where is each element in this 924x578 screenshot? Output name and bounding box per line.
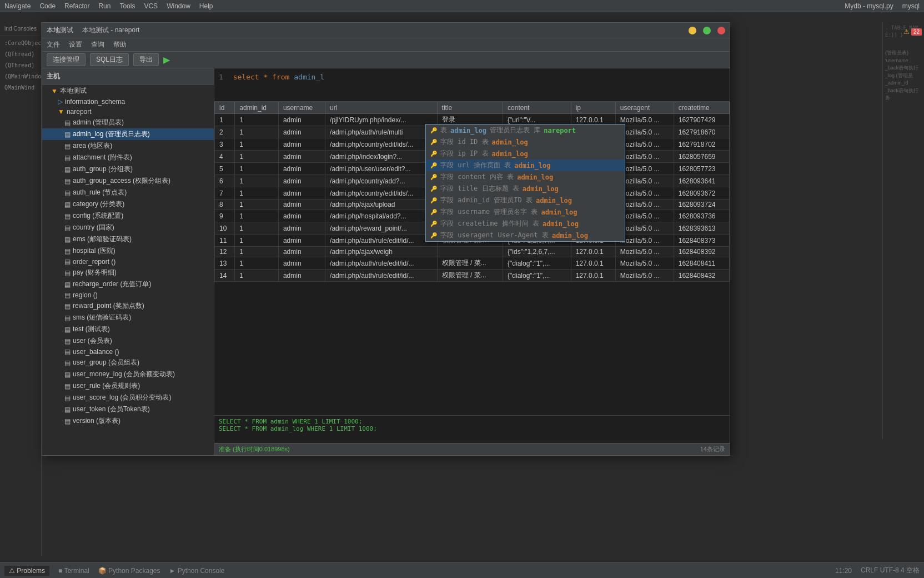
- ac-item-5[interactable]: 🔑 字段 title 日志标题 表 admin_log: [426, 183, 625, 195]
- cell-1-1: 1: [235, 126, 279, 138]
- table-auth-group-label: auth_group (分组表): [73, 165, 133, 174]
- col-useragent: useragent: [615, 102, 674, 114]
- menu-tools[interactable]: Tools: [119, 2, 135, 10]
- ide-menu-query[interactable]: 查询: [91, 40, 104, 49]
- ac-item-0[interactable]: 🔑 表 admin_log 管理员日志表 库 nareport: [426, 124, 625, 136]
- ide-menu-file[interactable]: 文件: [47, 40, 60, 49]
- tree-table-user[interactable]: ▤ user (会员表): [42, 335, 214, 347]
- tree-table-region[interactable]: ▤ region (): [42, 290, 214, 300]
- tab-terminal[interactable]: ■ Terminal: [58, 567, 89, 575]
- tree-table-reward-point[interactable]: ▤ reward_point (奖励点数): [42, 300, 214, 312]
- menu-navigate[interactable]: Navigate: [4, 2, 31, 10]
- cell-2-2: admin: [278, 138, 325, 151]
- cell-12-7: Mozilla/5.0 ...: [615, 257, 674, 270]
- close-button[interactable]: [717, 27, 725, 34]
- tab-python-console[interactable]: ► Python Console: [169, 567, 224, 575]
- cell-11-8: 1628408392: [674, 247, 729, 257]
- table-icon-recharge-order: ▤: [64, 281, 71, 288]
- tree-table-user-rule[interactable]: ▤ user_rule (会员规则表): [42, 380, 214, 392]
- ac-icon-5: 🔑: [430, 186, 437, 192]
- cell-13-2: admin: [278, 270, 325, 282]
- tree-table-test[interactable]: ▤ test (测试表): [42, 323, 214, 335]
- ac-item-3[interactable]: 🔑 字段 url 操作页面 表 admin_log: [426, 160, 625, 171]
- outer-panel-consoles[interactable]: ind Consoles: [0, 22, 41, 36]
- cell-5-1: 1: [235, 175, 279, 187]
- tree-db-nareport[interactable]: ▼ nareport: [42, 107, 214, 117]
- tree-table-country[interactable]: ▤ country (国家): [42, 222, 214, 233]
- maximize-button[interactable]: [703, 27, 711, 34]
- tree-table-admin[interactable]: ▤ admin (管理员表): [42, 117, 214, 128]
- tree-table-user-token[interactable]: ▤ user_token (会员Token表): [42, 403, 214, 415]
- export-button[interactable]: 导出: [133, 53, 159, 66]
- tree-table-user-money-log[interactable]: ▤ user_money_log (会员余额变动表): [42, 368, 214, 380]
- tree-table-auth-group-access[interactable]: ▤ auth_group_access (权限分组表): [42, 175, 214, 187]
- console-line-4: (QMainWindow): [2, 71, 39, 82]
- tree-table-category[interactable]: ▤ category (分类表): [42, 198, 214, 210]
- table-row[interactable]: 141admin/admi.php/auth/rule/edit/id/...权…: [215, 270, 730, 282]
- table-row[interactable]: 131admin/admi.php/auth/rule/edit/id/...权…: [215, 257, 730, 270]
- tree-table-order-report[interactable]: ▤ order_report (): [42, 257, 214, 267]
- cell-4-2: admin: [278, 163, 325, 175]
- tree-table-sms[interactable]: ▤ sms (短信验证码表): [42, 312, 214, 323]
- tree-db-info[interactable]: ▷ information_schema: [42, 97, 214, 107]
- cell-0-0: 1: [215, 114, 235, 126]
- menu-run[interactable]: Run: [98, 2, 111, 10]
- tree-table-auth-group[interactable]: ▤ auth_group (分组表): [42, 163, 214, 175]
- ide-menu-help[interactable]: 帮助: [113, 40, 127, 49]
- tree-table-user-balance[interactable]: ▤ user_balance (): [42, 347, 214, 357]
- menu-window[interactable]: Window: [167, 2, 190, 10]
- tree-table-config[interactable]: ▤ config (系统配置): [42, 210, 214, 222]
- tree-table-auth-rule[interactable]: ▤ auth_rule (节点表): [42, 187, 214, 198]
- sql-editor[interactable]: 1 select * from admin_l 🔑 表 admin_log 管理…: [214, 68, 730, 102]
- ac-type-3: 字段 url 操作页面 表: [440, 161, 511, 170]
- cell-2-8: 1627918702: [674, 138, 729, 151]
- run-button[interactable]: ▶: [163, 54, 170, 65]
- right-log-panel: (管理员表) 'username _back语句执行 _log (管理员 _ad…: [885, 49, 922, 102]
- tree-table-user-score-log[interactable]: ▤ user_score_log (会员积分变动表): [42, 392, 214, 403]
- tree-table-recharge-order[interactable]: ▤ recharge_order (充值订单): [42, 278, 214, 290]
- tree-table-admin-log[interactable]: ▤ admin_log (管理员日志表): [42, 128, 214, 140]
- tree-table-attachment[interactable]: ▤ attachment (附件表): [42, 152, 214, 163]
- table-row[interactable]: 121admin/admi.php/ajax/weigh{"ids":"1,2,…: [215, 247, 730, 257]
- tab-python-packages[interactable]: 📦 Python Packages: [98, 567, 160, 575]
- minimize-button[interactable]: [689, 27, 696, 34]
- ide-menu-settings[interactable]: 设置: [69, 40, 82, 49]
- ac-item-1[interactable]: 🔑 字段 id ID 表 admin_log: [426, 136, 625, 148]
- ac-item-9[interactable]: 🔑 字段 useragent User-Agent 表 admin_log: [426, 230, 625, 241]
- ide-tab[interactable]: 本地测试: [47, 26, 73, 35]
- table-reward-point-label: reward_point (奖励点数): [73, 301, 144, 311]
- menu-vcs[interactable]: VCS: [144, 2, 158, 10]
- table-icon-auth-rule: ▤: [64, 189, 71, 197]
- tree-table-hospital[interactable]: ▤ hospital (医院): [42, 245, 214, 257]
- ac-item-4[interactable]: 🔑 字段 content 内容 表 admin_log: [426, 171, 625, 183]
- tree-table-ems[interactable]: ▤ ems (邮箱验证码表): [42, 233, 214, 245]
- table-icon-reward-point: ▤: [64, 302, 71, 310]
- cell-12-1: 1: [235, 257, 279, 270]
- ac-type-6: 字段 admin_id 管理员ID 表: [440, 196, 533, 205]
- warning-section: ⚠ 22: [903, 28, 922, 36]
- ac-item-6[interactable]: 🔑 字段 admin_id 管理员ID 表 admin_log: [426, 195, 625, 206]
- tree-table-pay[interactable]: ▤ pay (财务明细): [42, 267, 214, 278]
- ac-item-7[interactable]: 🔑 字段 username 管理员名字 表 admin_log: [426, 206, 625, 218]
- ac-extra-9: admin_log: [552, 232, 588, 240]
- tree-table-area[interactable]: ▤ area (地区表): [42, 140, 214, 152]
- menu-code[interactable]: Code: [39, 2, 56, 10]
- ac-icon-6: 🔑: [430, 197, 437, 203]
- line-number: 1: [219, 73, 223, 81]
- menu-refactor[interactable]: Refactor: [64, 2, 89, 10]
- ac-type-1: 字段 id ID 表: [440, 137, 489, 147]
- tab-problems[interactable]: ⚠ Problems: [4, 566, 49, 576]
- tree-server[interactable]: ▼ 本地测试: [42, 85, 214, 97]
- tree-table-version[interactable]: ▤ version (版本表): [42, 415, 214, 427]
- ac-item-8[interactable]: 🔑 字段 createtime 操作时间 表 admin_log: [426, 218, 625, 230]
- menu-help[interactable]: Help: [199, 2, 213, 10]
- db-icon: ▷: [58, 98, 63, 106]
- cell-8-0: 9: [215, 210, 235, 222]
- connect-button[interactable]: 连接管理: [47, 53, 86, 66]
- sql-log-button[interactable]: SQL日志: [90, 53, 129, 66]
- tree-table-user-group[interactable]: ▤ user_group (会员组表): [42, 357, 214, 368]
- ac-item-2[interactable]: 🔑 字段 ip IP 表 admin_log: [426, 148, 625, 160]
- ac-extra-3: admin_log: [514, 162, 550, 170]
- autocomplete-popup[interactable]: 🔑 表 admin_log 管理员日志表 库 nareport 🔑 字段 id …: [425, 124, 625, 242]
- cell-13-8: 1628408432: [674, 270, 729, 282]
